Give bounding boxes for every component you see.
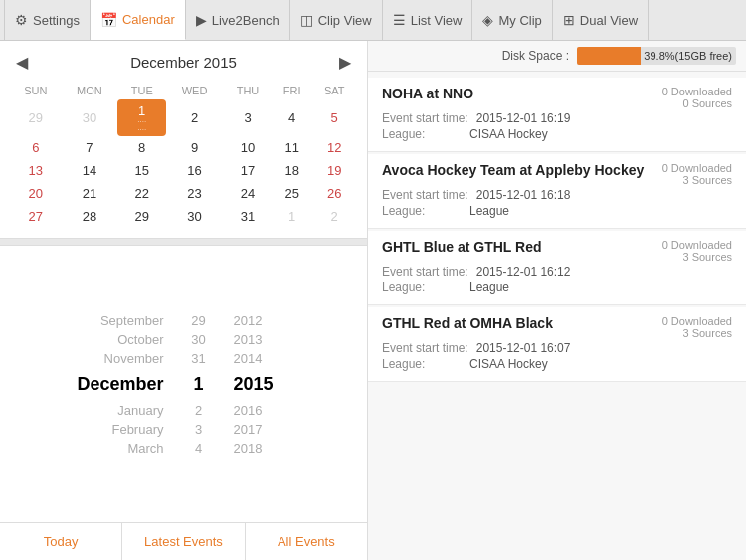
- date-picker-day: 4: [174, 441, 224, 456]
- calendar-day[interactable]: 29: [117, 205, 166, 228]
- calendar-day[interactable]: 10: [223, 136, 273, 159]
- calendar-day[interactable]: 30: [166, 205, 223, 228]
- disk-bar-fill: [577, 47, 641, 65]
- date-picker-row[interactable]: March 4 2018: [0, 439, 367, 458]
- calendar-day[interactable]: 29: [10, 99, 61, 136]
- event-league-label: League:: [382, 127, 462, 141]
- date-picker-row[interactable]: December 1 2015: [0, 368, 367, 401]
- calendar-day[interactable]: 25: [273, 182, 311, 205]
- day-header-sat: SAT: [311, 82, 357, 99]
- date-picker-row[interactable]: September 29 2012: [0, 311, 367, 330]
- tab-settings-label: Settings: [33, 13, 80, 28]
- calendar-day[interactable]: 31: [223, 205, 273, 228]
- calendar-day[interactable]: 5: [311, 99, 357, 136]
- calendar-day[interactable]: 2: [311, 205, 357, 228]
- disk-bar-text: 39.8%(15GB free): [644, 50, 732, 62]
- date-picker-row[interactable]: October 30 2013: [0, 330, 367, 349]
- event-league-detail: League: League: [382, 204, 732, 218]
- calendar-day[interactable]: 8: [117, 136, 166, 159]
- calendar-icon: 📅: [100, 12, 117, 28]
- calendar-day[interactable]: 6: [10, 136, 61, 159]
- day-header-thu: THU: [223, 82, 273, 99]
- date-picker-year: 2017: [224, 422, 303, 437]
- date-picker-month: November: [65, 351, 174, 366]
- date-picker-month: March: [65, 441, 174, 456]
- events-list[interactable]: NOHA at NNO 0 Downloaded0 Sources Event …: [368, 72, 746, 560]
- calendar-day[interactable]: 14: [61, 159, 117, 182]
- calendar-day[interactable]: 21: [61, 182, 117, 205]
- date-picker-year: 2016: [224, 403, 303, 418]
- event-start-value: 2015-12-01 16:12: [476, 265, 571, 279]
- day-header-fri: FRI: [273, 82, 311, 99]
- calendar-section: ◀ December 2015 ▶ SUN MON TUE WED THU FR…: [0, 41, 367, 238]
- calendar-day[interactable]: 1····: [117, 99, 166, 136]
- event-title: GTHL Red at OMHA Black: [382, 315, 653, 331]
- tab-dual-view[interactable]: ⊞ Dual View: [553, 0, 649, 40]
- calendar-header: ◀ December 2015 ▶: [10, 51, 357, 74]
- tab-dual-view-label: Dual View: [580, 13, 638, 28]
- tab-my-clip[interactable]: ◈ My Clip: [472, 0, 552, 40]
- calendar-day[interactable]: 22: [117, 182, 166, 205]
- today-button[interactable]: Today: [0, 523, 122, 560]
- date-picker-row[interactable]: February 3 2017: [0, 420, 367, 439]
- tab-calendar[interactable]: 📅 Calendar: [91, 0, 186, 40]
- calendar-day[interactable]: 28: [61, 205, 117, 228]
- calendar-day[interactable]: 23: [166, 182, 223, 205]
- calendar-day[interactable]: 7: [61, 136, 117, 159]
- event-item[interactable]: GHTL Blue at GTHL Red 0 Downloaded3 Sour…: [368, 231, 746, 305]
- calendar-day[interactable]: 16: [166, 159, 223, 182]
- tab-settings[interactable]: ⚙ Settings: [4, 0, 91, 40]
- date-picker-day: 31: [174, 351, 224, 366]
- tab-live2bench[interactable]: ▶ Live2Bench: [186, 0, 290, 40]
- date-picker-day: 30: [174, 332, 224, 347]
- calendar-day[interactable]: 11: [273, 136, 311, 159]
- calendar-day[interactable]: 13: [10, 159, 61, 182]
- date-picker-section: September 29 2012 October 30 2013 Novemb…: [0, 246, 367, 560]
- tab-list-view[interactable]: ☰ List View: [383, 0, 473, 40]
- calendar-day[interactable]: 30: [61, 99, 117, 136]
- calendar-day[interactable]: 1: [273, 205, 311, 228]
- event-row: GHTL Blue at GTHL Red 0 Downloaded3 Sour…: [382, 239, 732, 263]
- calendar-day[interactable]: 18: [273, 159, 311, 182]
- live2bench-icon: ▶: [196, 12, 207, 28]
- calendar-day[interactable]: 27: [10, 205, 61, 228]
- event-league-value: League: [469, 280, 509, 294]
- calendar-day[interactable]: 12: [311, 136, 357, 159]
- date-picker-row[interactable]: January 2 2016: [0, 401, 367, 420]
- calendar-day[interactable]: 9: [166, 136, 223, 159]
- date-picker-day: 29: [174, 313, 224, 328]
- event-start-value: 2015-12-01 16:18: [476, 188, 571, 202]
- calendar-day[interactable]: 17: [223, 159, 273, 182]
- event-meta-right: 0 Downloaded0 Sources: [662, 86, 732, 109]
- calendar-day[interactable]: 26: [311, 182, 357, 205]
- tab-clip-view[interactable]: ◫ Clip View: [290, 0, 383, 40]
- date-picker-scroll[interactable]: September 29 2012 October 30 2013 Novemb…: [0, 246, 367, 522]
- all-events-button[interactable]: All Events: [246, 523, 367, 560]
- event-item[interactable]: GTHL Red at OMHA Black 0 Downloaded3 Sou…: [368, 307, 746, 382]
- next-month-button[interactable]: ▶: [333, 51, 357, 74]
- prev-month-button[interactable]: ◀: [10, 51, 34, 74]
- calendar-day[interactable]: 3: [223, 99, 273, 136]
- calendar-day[interactable]: 2: [166, 99, 223, 136]
- date-picker-day: 2: [174, 403, 224, 418]
- calendar-day[interactable]: 19: [311, 159, 357, 182]
- tab-clip-view-label: Clip View: [318, 13, 372, 28]
- event-row: Avoca Hockey Team at Appleby Hockey 0 Do…: [382, 162, 732, 186]
- latest-events-button[interactable]: Latest Events: [122, 523, 245, 560]
- event-start-detail: Event start time: 2015-12-01 16:18: [382, 188, 732, 202]
- event-item[interactable]: NOHA at NNO 0 Downloaded0 Sources Event …: [368, 78, 746, 152]
- event-row: GTHL Red at OMHA Black 0 Downloaded3 Sou…: [382, 315, 732, 339]
- tab-list-view-label: List View: [411, 13, 463, 28]
- calendar-day[interactable]: 4: [273, 99, 311, 136]
- event-league-label: League:: [382, 204, 462, 218]
- disk-space-label: Disk Space :: [502, 49, 569, 63]
- calendar-day[interactable]: 15: [117, 159, 166, 182]
- event-start-label: Event start time:: [382, 341, 468, 355]
- calendar-day[interactable]: 24: [223, 182, 273, 205]
- bottom-buttons: Today Latest Events All Events: [0, 522, 367, 560]
- event-item[interactable]: Avoca Hockey Team at Appleby Hockey 0 Do…: [368, 154, 746, 229]
- calendar-grid: SUN MON TUE WED THU FRI SAT 29301····234…: [10, 82, 357, 228]
- calendar-day[interactable]: 20: [10, 182, 61, 205]
- tab-my-clip-label: My Clip: [498, 13, 541, 28]
- date-picker-row[interactable]: November 31 2014: [0, 349, 367, 368]
